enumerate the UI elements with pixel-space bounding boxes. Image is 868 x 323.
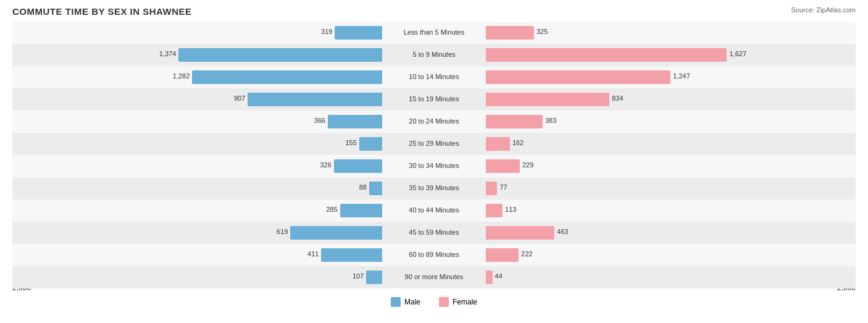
val-male: 88 xyxy=(359,183,367,191)
legend-male-label: Male xyxy=(404,298,420,306)
bars-area: 319325Less than 5 Minutes1,3741,6275 to … xyxy=(12,22,856,281)
row-label: 30 to 34 Minutes xyxy=(385,162,483,169)
val-male: 619 xyxy=(277,228,288,235)
legend-female-label: Female xyxy=(453,298,477,306)
bar-female xyxy=(486,248,519,262)
bar-male xyxy=(334,159,382,173)
row-label: 25 to 29 Minutes xyxy=(385,140,483,147)
source-text: Source: ZipAtlas.com xyxy=(791,6,856,14)
bar-female xyxy=(486,137,510,151)
val-male: 285 xyxy=(326,206,337,213)
chart-title: COMMUTE TIME BY SEX IN SHAWNEE xyxy=(12,6,856,17)
val-male: 1,374 xyxy=(159,50,177,57)
val-female: 222 xyxy=(521,250,532,258)
chart-row: 1074490 or more Minutes xyxy=(12,266,856,288)
bar-female xyxy=(486,93,609,106)
row-label: 20 to 24 Minutes xyxy=(385,117,483,125)
val-female: 77 xyxy=(499,183,507,191)
bar-male xyxy=(340,204,382,217)
row-label: Less than 5 Minutes xyxy=(385,28,483,36)
bar-male xyxy=(248,93,382,106)
val-male: 411 xyxy=(307,250,319,258)
chart-row: 1,3741,6275 to 9 Minutes xyxy=(12,44,856,66)
val-male: 155 xyxy=(345,139,356,146)
val-female: 229 xyxy=(522,161,533,169)
bar-female xyxy=(486,226,554,240)
val-female: 463 xyxy=(557,228,568,235)
val-male: 366 xyxy=(314,117,325,124)
row-label: 15 to 19 Minutes xyxy=(385,95,483,103)
bar-female xyxy=(486,26,534,40)
chart-container: COMMUTE TIME BY SEX IN SHAWNEE Source: Z… xyxy=(0,0,868,323)
legend-female-box xyxy=(439,297,449,307)
chart-row: 887735 to 39 Minutes xyxy=(12,177,856,199)
val-female: 44 xyxy=(495,272,503,280)
val-male: 319 xyxy=(321,28,332,35)
bar-female xyxy=(486,204,503,217)
chart-row: 1,2821,24710 to 14 Minutes xyxy=(12,66,856,88)
row-label: 5 to 9 Minutes xyxy=(385,51,483,58)
chart-row: 15516225 to 29 Minutes xyxy=(12,133,856,155)
bar-female xyxy=(486,70,670,84)
bar-female xyxy=(486,48,727,62)
val-female: 1,247 xyxy=(673,72,690,80)
row-label: 10 to 14 Minutes xyxy=(385,73,483,80)
row-label: 40 to 44 Minutes xyxy=(385,206,483,214)
row-label: 45 to 59 Minutes xyxy=(385,229,483,236)
val-female: 325 xyxy=(536,28,548,35)
legend-male: Male xyxy=(391,297,420,307)
val-female: 1,627 xyxy=(729,50,746,57)
val-female: 834 xyxy=(612,94,623,102)
val-male: 907 xyxy=(234,94,245,102)
row-label: 60 to 89 Minutes xyxy=(385,251,483,258)
chart-row: 28511340 to 44 Minutes xyxy=(12,199,856,222)
bar-female xyxy=(486,115,543,128)
chart-row: 36638320 to 24 Minutes xyxy=(12,111,856,133)
bar-female xyxy=(486,271,493,284)
row-label: 35 to 39 Minutes xyxy=(385,184,483,191)
chart-row: 319325Less than 5 Minutes xyxy=(12,22,856,44)
val-male: 326 xyxy=(320,161,331,169)
bar-male xyxy=(328,115,382,128)
val-female: 113 xyxy=(505,206,516,213)
val-male: 1,282 xyxy=(173,72,190,80)
bar-male xyxy=(369,182,382,195)
bar-male xyxy=(335,26,382,40)
bar-male xyxy=(178,48,382,62)
chart-row: 32622930 to 34 Minutes xyxy=(12,155,856,177)
bar-female xyxy=(486,159,520,173)
legend: Male Female xyxy=(12,297,856,307)
chart-row: 41122260 to 89 Minutes xyxy=(12,244,856,266)
legend-female: Female xyxy=(439,297,477,307)
val-male: 107 xyxy=(353,272,364,280)
val-female: 383 xyxy=(545,117,556,124)
bar-male xyxy=(359,137,382,151)
legend-male-box xyxy=(391,297,401,307)
bar-male xyxy=(321,248,382,262)
bar-female xyxy=(486,182,497,195)
bar-male xyxy=(192,70,382,84)
row-label: 90 or more Minutes xyxy=(385,273,483,280)
chart-row: 61946345 to 59 Minutes xyxy=(12,222,856,244)
chart-row: 90783415 to 19 Minutes xyxy=(12,88,856,111)
bar-male xyxy=(366,271,382,284)
val-female: 162 xyxy=(512,139,524,146)
bar-male xyxy=(290,226,382,240)
